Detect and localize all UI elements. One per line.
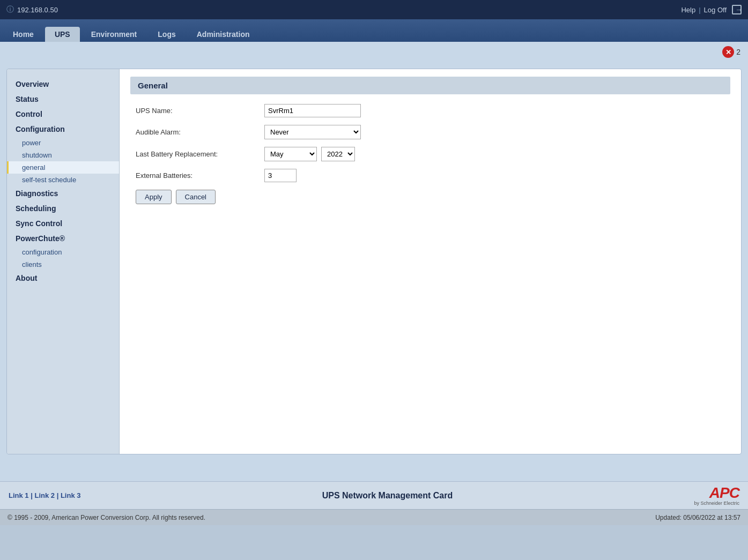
footer-separator2: | — [57, 491, 61, 499]
apc-logo-sub: by Schneider Electric — [694, 501, 739, 506]
footer-link3[interactable]: Link 3 — [61, 491, 81, 499]
audible-alarm-label: Audible Alarm: — [136, 128, 264, 136]
battery-replacement-row: Last Battery Replacement: JanuaryFebruar… — [136, 147, 725, 161]
external-batteries-input[interactable] — [264, 169, 297, 182]
sidebar-item-configuration[interactable]: Configuration — [7, 122, 119, 137]
external-batteries-row: External Batteries: — [136, 169, 725, 182]
sidebar-item-self-test-schedule[interactable]: self-test schedule — [7, 174, 119, 186]
sidebar-item-about[interactable]: About — [7, 271, 119, 286]
audible-alarm-control: Never Always Low Battery — [264, 125, 361, 139]
help-link[interactable]: Help — [681, 6, 695, 14]
external-batteries-control — [264, 169, 297, 182]
ups-name-row: UPS Name: — [136, 104, 725, 117]
cancel-button[interactable]: Cancel — [176, 190, 216, 204]
sidebar-item-scheduling[interactable]: Scheduling — [7, 201, 119, 216]
sidebar-item-sync-control[interactable]: Sync Control — [7, 216, 119, 231]
logoff-icon[interactable]: → — [732, 5, 742, 14]
footer-link2[interactable]: Link 2 — [34, 491, 55, 499]
audible-alarm-select[interactable]: Never Always Low Battery — [264, 125, 361, 139]
section-header: General — [130, 77, 730, 94]
top-bar-right: Help | Log Off → — [681, 5, 742, 14]
alert-icon: ✕ — [722, 46, 734, 58]
sidebar-item-control[interactable]: Control — [7, 107, 119, 122]
battery-replacement-label: Last Battery Replacement: — [136, 150, 264, 158]
ups-name-label: UPS Name: — [136, 107, 264, 115]
footer-links: Link 1 | Link 2 | Link 3 — [9, 491, 80, 499]
main-content: General UPS Name: Audible Alarm: Never — [120, 69, 741, 454]
nav-bar: Home UPS Environment Logs Administration — [0, 19, 748, 42]
ups-name-control — [264, 104, 361, 117]
copyright-right: Updated: 05/06/2022 at 13:57 — [655, 514, 740, 521]
copyright-left: © 1995 - 2009, American Power Conversion… — [8, 514, 205, 521]
footer-center-text: UPS Network Management Card — [322, 491, 453, 501]
content-panel: Overview Status Control Configuration po… — [6, 69, 742, 454]
tab-environment[interactable]: Environment — [82, 27, 147, 42]
tab-home[interactable]: Home — [3, 27, 43, 42]
sidebar-item-overview[interactable]: Overview — [7, 77, 119, 92]
tab-ups[interactable]: UPS — [45, 27, 80, 42]
top-bar: ⓘ 192.168.0.50 Help | Log Off → — [0, 0, 748, 19]
external-batteries-label: External Batteries: — [136, 171, 264, 180]
sidebar: Overview Status Control Configuration po… — [7, 69, 120, 454]
sidebar-item-powerchute[interactable]: PowerChute® — [7, 231, 119, 246]
battery-month-select[interactable]: JanuaryFebruaryMarch AprilMayJune JulyAu… — [264, 147, 317, 161]
sidebar-item-power[interactable]: power — [7, 137, 119, 149]
tab-logs[interactable]: Logs — [148, 27, 185, 42]
apply-button[interactable]: Apply — [136, 190, 172, 204]
sidebar-item-diagnostics[interactable]: Diagnostics — [7, 186, 119, 201]
footer: Link 1 | Link 2 | Link 3 UPS Network Man… — [0, 481, 748, 509]
button-row: Apply Cancel — [130, 190, 730, 204]
tab-administration[interactable]: Administration — [187, 27, 260, 42]
sidebar-item-shutdown[interactable]: shutdown — [7, 149, 119, 161]
sidebar-item-general[interactable]: general — [7, 161, 119, 174]
main-area: ✕ 2 Overview Status Control Configuratio… — [0, 42, 748, 481]
alert-badge[interactable]: ✕ 2 — [722, 46, 740, 58]
alert-count: 2 — [736, 48, 740, 56]
sidebar-item-configuration-pc[interactable]: configuration — [7, 246, 119, 258]
footer-link1[interactable]: Link 1 — [9, 491, 29, 499]
sidebar-item-clients[interactable]: clients — [7, 258, 119, 271]
logoff-link[interactable]: Log Off — [704, 6, 727, 14]
footer-logo: APC by Schneider Electric — [694, 486, 739, 506]
form-table: UPS Name: Audible Alarm: Never Always Lo… — [130, 104, 730, 182]
sidebar-item-status[interactable]: Status — [7, 92, 119, 107]
battery-year-select[interactable]: 201820192020 2021202220232024 — [321, 147, 355, 161]
battery-replacement-control: JanuaryFebruaryMarch AprilMayJune JulyAu… — [264, 147, 355, 161]
top-bar-left: ⓘ 192.168.0.50 — [6, 5, 58, 14]
info-icon: ⓘ — [6, 5, 14, 14]
audible-alarm-row: Audible Alarm: Never Always Low Battery — [136, 125, 725, 139]
ip-address: 192.168.0.50 — [17, 6, 58, 14]
separator: | — [699, 6, 700, 14]
copyright-bar: © 1995 - 2009, American Power Conversion… — [0, 509, 748, 525]
apc-logo-text: APC — [709, 486, 739, 501]
ups-name-input[interactable] — [264, 104, 361, 117]
